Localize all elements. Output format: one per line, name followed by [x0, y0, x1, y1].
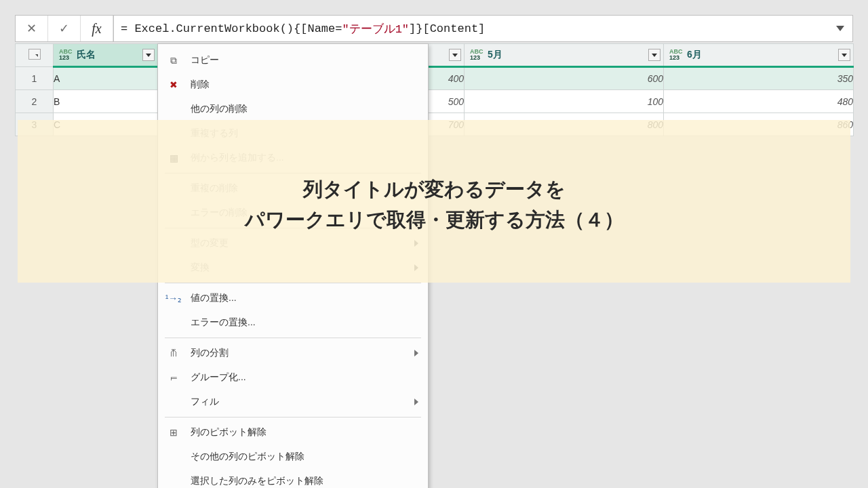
header-row: ABC123 氏名 ABC123 5月 A	[16, 44, 854, 67]
cell-value[interactable]: 350	[664, 67, 854, 90]
group-icon: ⫭	[165, 372, 182, 383]
menu-unpivot-other[interactable]: その他の列のピボット解除	[158, 445, 428, 469]
cell-value[interactable]: 100	[465, 90, 664, 113]
formula-cancel-button[interactable]: ✕	[16, 16, 48, 41]
caption-line1: 列タイトルが変わるデータを	[303, 178, 566, 200]
formula-bar: ✕ ✓ fx = Excel.CurrentWorkbook(){[Name="…	[15, 15, 853, 42]
formula-confirm-button[interactable]: ✓	[48, 16, 81, 41]
column-header-june[interactable]: ABC123 6月	[664, 44, 854, 67]
chevron-down-icon	[842, 54, 847, 57]
cell-name[interactable]: B	[54, 90, 158, 113]
table-row[interactable]: 2 B 500 100 480	[16, 90, 854, 113]
cell-name[interactable]: C	[54, 113, 158, 136]
split-icon: ⫚	[165, 348, 182, 359]
type-any-icon: ABC123	[59, 49, 74, 61]
column-header-may[interactable]: ABC123 5月	[465, 44, 664, 67]
menu-unpivot[interactable]: ⊞列のピボット解除	[158, 420, 428, 445]
submenu-arrow-icon	[414, 240, 418, 247]
table-row[interactable]: 3 C 700 800 860	[16, 113, 854, 136]
caption-line2: パワークエリで取得・更新する方法（４）	[245, 209, 624, 230]
menu-delete-others[interactable]: 他の列の削除	[158, 97, 428, 121]
cell-value[interactable]: 800	[465, 113, 664, 136]
menu-fill[interactable]: フィル	[158, 390, 428, 414]
column-filter-button[interactable]	[648, 49, 660, 61]
column-filter-button[interactable]	[838, 49, 850, 61]
menu-duplicate-column: 重複する列	[158, 121, 428, 146]
type-any-icon: ABC123	[669, 49, 684, 61]
table-icon: ▦	[165, 152, 182, 163]
column-filter-button[interactable]	[449, 49, 461, 61]
submenu-arrow-icon	[414, 264, 418, 271]
data-grid: ABC123 氏名 ABC123 5月 A	[15, 43, 854, 136]
cell-value[interactable]: 600	[465, 67, 664, 90]
menu-replace-values[interactable]: ¹→₂値の置換...	[158, 286, 428, 310]
delete-icon: ✖	[165, 79, 182, 90]
menu-group-by[interactable]: ⫭グループ化...	[158, 365, 428, 390]
menu-unpivot-selected[interactable]: 選択した列のみをピボット解除	[158, 469, 428, 488]
menu-copy[interactable]: ⧉コピー	[158, 48, 428, 73]
caption-text: 列タイトルが変わるデータを パワークエリで取得・更新する方法（４）	[15, 174, 853, 235]
column-label: 6月	[687, 49, 702, 61]
unpivot-icon: ⊞	[165, 427, 182, 438]
row-number[interactable]: 2	[16, 90, 54, 113]
menu-split-column[interactable]: ⫚列の分割	[158, 341, 428, 365]
fx-icon[interactable]: fx	[81, 16, 113, 41]
menu-replace-errors[interactable]: エラーの置換...	[158, 310, 428, 335]
menu-separator	[165, 173, 421, 174]
submenu-arrow-icon	[414, 399, 418, 405]
replace-icon: ¹→₂	[165, 293, 182, 304]
cell-value[interactable]: 480	[664, 90, 854, 113]
chevron-down-icon	[836, 26, 844, 31]
column-label: 5月	[488, 49, 502, 61]
formula-text-suffix: ]}[Content]	[409, 22, 485, 35]
menu-separator	[165, 283, 421, 283]
select-all-cell[interactable]	[16, 44, 54, 67]
type-any-icon: ABC123	[470, 49, 485, 61]
cell-value[interactable]: 860	[664, 113, 854, 136]
menu-separator	[165, 338, 421, 338]
table-row[interactable]: 1 A 400 600 350	[16, 67, 854, 90]
formula-text-prefix: = Excel.CurrentWorkbook(){[Name=	[121, 22, 342, 35]
cell-name[interactable]: A	[54, 67, 158, 90]
copy-icon: ⧉	[165, 55, 182, 66]
formula-input[interactable]: = Excel.CurrentWorkbook(){[Name="テーブル1"]…	[113, 16, 828, 41]
chevron-down-icon	[146, 54, 151, 57]
chevron-down-icon	[452, 54, 458, 57]
column-header-name[interactable]: ABC123 氏名	[54, 44, 158, 67]
column-filter-button[interactable]	[142, 49, 155, 61]
menu-transform: 変換	[158, 256, 428, 280]
table-corner-icon	[28, 49, 41, 60]
formula-expand-button[interactable]	[828, 16, 852, 41]
context-menu: ⧉コピー ✖削除 他の列の削除 重複する列 ▦例から列を追加する... 重複の削…	[157, 43, 429, 488]
row-number[interactable]: 1	[16, 67, 54, 90]
chevron-down-icon	[652, 54, 657, 57]
row-number[interactable]: 3	[16, 113, 54, 136]
menu-separator	[165, 417, 421, 418]
submenu-arrow-icon	[414, 350, 418, 357]
column-label: 氏名	[77, 49, 96, 61]
formula-text-tablename: "テーブル1"	[342, 21, 409, 37]
menu-delete[interactable]: ✖削除	[158, 73, 428, 97]
menu-add-from-examples: ▦例から列を追加する...	[158, 146, 428, 170]
